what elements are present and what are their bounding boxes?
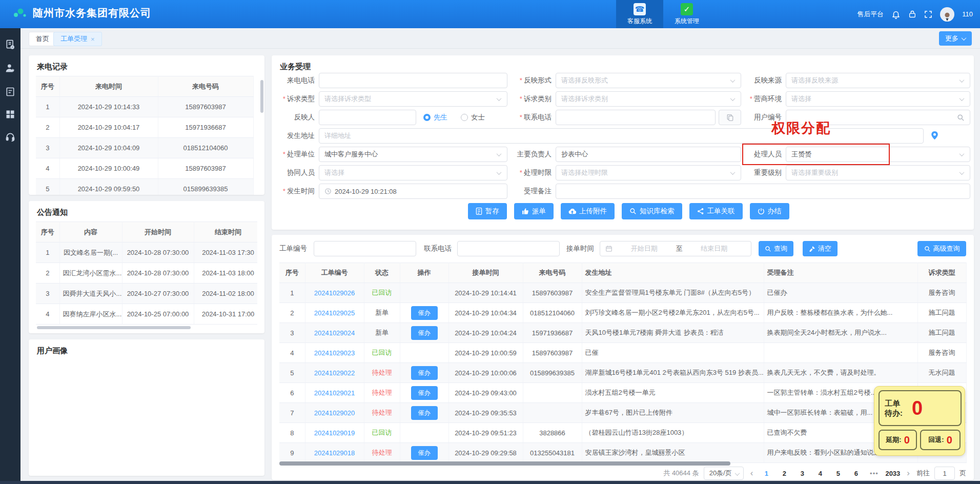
kb-search-button[interactable]: 知识库检索 [622, 203, 682, 219]
page-button[interactable]: 4 [813, 467, 827, 480]
location-icon[interactable] [931, 131, 938, 140]
date-range-picker[interactable]: 开始日期 至 结束日期 [600, 241, 751, 256]
select-business-env[interactable]: 请选择 [786, 91, 970, 107]
grid-icon[interactable] [5, 109, 15, 119]
urge-button[interactable]: 催办 [411, 366, 438, 380]
page-button[interactable]: 6 [849, 467, 863, 480]
table-row[interactable]: 42024-10-29 10:00:4915897603987 [36, 158, 253, 179]
query-button[interactable]: 查询 [759, 241, 793, 256]
order-no-link[interactable]: 20241029018 [314, 449, 355, 457]
page-button[interactable]: ••• [867, 467, 881, 480]
select-importance[interactable]: 请选择重要级别 [786, 165, 970, 180]
order-link-button[interactable]: 工单关联 [689, 203, 743, 219]
table-row[interactable]: 3因舜井大道天风小...2024-10-27 07:30:002024-11-0… [36, 284, 257, 304]
order-no-link[interactable]: 20241029021 [314, 389, 355, 397]
order-row[interactable]: 8 20241029019 已回访 2024-10-29 09:51:23 38… [279, 423, 966, 443]
delay-box[interactable]: 延期:0 [879, 430, 917, 450]
search-icon[interactable] [957, 114, 965, 122]
page-button[interactable]: 5 [831, 467, 845, 480]
page-button[interactable]: 1 [760, 467, 773, 480]
order-row[interactable]: 1 20241029026 已回访 2024-10-29 10:14:41 15… [279, 283, 966, 303]
rollback-box[interactable]: 回退:0 [920, 430, 961, 450]
order-no-link[interactable]: 20241029020 [314, 409, 355, 417]
urge-button[interactable]: 催办 [411, 306, 438, 320]
vertical-scrollbar[interactable] [260, 80, 263, 113]
table-row[interactable]: 32024-10-29 10:04:09018512104060 [36, 138, 253, 158]
doc-gear-icon[interactable] [5, 39, 15, 50]
order-row[interactable]: 6 20241029021 待处理 催办 2024-10-29 09:43:00… [279, 383, 966, 403]
goto-page-input[interactable] [934, 467, 955, 480]
filter-order-no-input[interactable] [314, 241, 416, 256]
user-star-icon[interactable] [5, 63, 15, 73]
nav-item-system-management[interactable]: ✓ 系统管理 [663, 0, 710, 28]
avatar[interactable] [940, 7, 954, 22]
table-row[interactable]: 12024-10-29 10:14:3315897603987 [36, 97, 253, 117]
order-row[interactable]: 3 20241029024 新单 催办 2024-10-29 10:04:24 … [279, 323, 966, 343]
select-co-worker[interactable]: 请选择 [319, 165, 507, 180]
radio-male[interactable]: 先生 [423, 113, 447, 122]
table-row[interactable]: 4因赛纳左岸小区水...2024-10-25 07:00:002024-10-3… [36, 304, 257, 325]
urge-button[interactable]: 催办 [411, 406, 438, 420]
advanced-query-button[interactable]: 高级查询 [917, 241, 966, 256]
save-draft-button[interactable]: 暂存 [468, 203, 507, 219]
page-button[interactable]: 3 [795, 467, 809, 480]
input-occur-time[interactable]: 2024-10-29 10:21:08 [319, 184, 507, 199]
document-icon[interactable] [5, 87, 15, 97]
page-button[interactable]: 2 [778, 467, 791, 480]
table-row[interactable]: 52024-10-29 09:59:50015899639385 [36, 179, 253, 195]
order-row[interactable]: 5 20241029022 待处理 催办 2024-10-29 10:00:06… [279, 363, 966, 383]
close-icon[interactable]: × [91, 35, 95, 43]
urge-button[interactable]: 催办 [411, 326, 438, 340]
select-reflect-source[interactable]: 请选择反映来源 [786, 73, 970, 88]
next-page-button[interactable]: › [905, 468, 912, 478]
more-button[interactable]: 更多 [939, 31, 972, 46]
input-main-principal[interactable]: 抄表中心 [556, 147, 741, 162]
order-row[interactable]: 4 20241029023 已回访 2024-10-29 10:00:59 15… [279, 343, 966, 363]
select-handler[interactable]: 王赟赟 [786, 147, 970, 162]
select-reflect-form[interactable]: 请选择反映形式 [556, 73, 741, 88]
lock-icon[interactable] [908, 10, 916, 18]
fullscreen-icon[interactable] [924, 10, 932, 18]
order-row[interactable]: 9 20241029018 待处理 催办 2024-10-29 09:29:58… [279, 443, 966, 463]
input-caller-phone[interactable] [319, 73, 507, 88]
page-button[interactable]: 2033 [885, 467, 900, 480]
nav-item-customer-service[interactable]: ☎ 客服系统 [616, 0, 663, 28]
input-address[interactable]: 详细地址 [319, 128, 924, 144]
dispatch-button[interactable]: 派单 [514, 203, 554, 219]
radio-female[interactable]: 女士 [461, 113, 485, 122]
order-no-link[interactable]: 20241029019 [314, 429, 355, 437]
table-row[interactable]: 1因文峰名居一期(...2024-10-28 07:30:002024-11-0… [36, 243, 257, 263]
table-row[interactable]: 2因汇龙湾小区需水...2024-10-28 07:30:002024-11-0… [36, 263, 257, 284]
select-handle-unit[interactable]: 城中客户服务中心 [319, 147, 507, 162]
page-size-select[interactable]: 20条/页 [704, 467, 744, 480]
input-remark[interactable] [556, 184, 970, 199]
order-row[interactable]: 7 20241029020 待处理 催办 2024-10-29 09:35:53… [279, 403, 966, 423]
input-contact-phone[interactable] [556, 110, 716, 125]
select-appeal-category[interactable]: 请选择诉求类别 [556, 91, 741, 107]
after-sales-platform-link[interactable]: 售后平台 [857, 10, 884, 19]
prev-page-button[interactable]: ‹ [748, 468, 756, 478]
upload-button[interactable]: 上传附件 [561, 203, 615, 219]
select-handle-limit[interactable]: 请选择处理时限 [556, 165, 741, 180]
select-appeal-type[interactable]: 请选择诉求类型 [319, 91, 507, 107]
order-row[interactable]: 2 20241029025 新单 催办 2024-10-29 10:04:34 … [279, 303, 966, 323]
headset-icon[interactable] [5, 132, 15, 142]
order-no-link[interactable]: 20241029026 [314, 289, 355, 297]
urge-button[interactable]: 催办 [411, 446, 438, 460]
table-row[interactable]: 22024-10-29 10:04:1715971936687 [36, 117, 253, 138]
horizontal-scrollbar[interactable] [37, 326, 191, 329]
order-no-link[interactable]: 20241029023 [314, 349, 355, 357]
horizontal-scrollbar[interactable] [279, 461, 730, 466]
bell-icon[interactable] [891, 10, 901, 19]
order-no-link[interactable]: 20241029024 [314, 329, 355, 337]
filter-phone-input[interactable] [457, 241, 560, 256]
clear-button[interactable]: 清空 [803, 241, 838, 256]
todo-widget[interactable]: 工单待办: 0 延期:0 回退:0 [874, 386, 965, 456]
tab-work-order[interactable]: 工单受理 × [53, 32, 102, 46]
finish-button[interactable]: 办结 [750, 203, 789, 219]
order-no-link[interactable]: 20241029022 [314, 369, 355, 377]
tab-home[interactable]: 首页 [29, 32, 56, 46]
input-reporter-name[interactable] [319, 110, 416, 125]
order-no-link[interactable]: 20241029025 [314, 309, 355, 317]
urge-button[interactable]: 催办 [411, 386, 438, 400]
